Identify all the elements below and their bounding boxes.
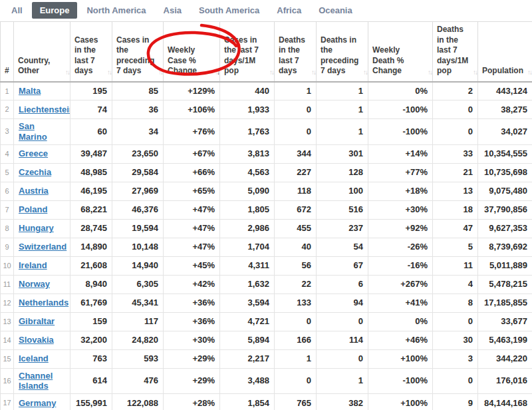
country-link[interactable]: Austria [19,186,49,196]
tab-south-america[interactable]: South America [191,2,267,19]
tab-all[interactable]: All [3,2,31,19]
cell-weekly_case_change: +45% [164,256,220,275]
tab-europe[interactable]: Europe [32,2,78,19]
sort-arrows-icon: ↑↓ [158,68,162,77]
cell-num: 5 [1,163,14,182]
country-link[interactable]: Hungary [19,223,54,233]
country-link[interactable]: Norway [19,279,50,289]
cell-weekly_death_change: -100% [368,101,433,119]
cell-num: 9 [1,238,14,256]
cell-weekly_death_change: 0% [368,82,433,101]
table-row: 7Poland68,22146,376+47%1,805672516+30%18… [1,200,532,219]
col-header-deaths_prec_7d[interactable]: Deaths in the preceding 7 days↑↓ [317,22,368,82]
table-row: 10Ireland21,60814,940+45%4,3115667-16%11… [1,256,532,275]
sort-arrows-icon: ↑↓ [428,68,432,77]
country-link[interactable]: Channel Islands [19,371,53,391]
tab-oceania[interactable]: Oceania [311,2,360,19]
cell-deaths_7d: 133 [275,294,317,312]
country-link[interactable]: Gibraltar [19,316,55,326]
cell-num: 10 [1,256,14,275]
cell-country: Hungary [14,219,70,238]
cell-weekly_case_change: +36% [164,312,220,331]
country-link[interactable]: Switzerland [19,242,66,252]
cell-population: 33,677 [478,312,532,331]
tab-asia[interactable]: Asia [156,2,190,19]
country-link[interactable]: Liechtenstein [19,104,70,114]
col-header-cases_7d[interactable]: Cases in the last 7 days↑↓ [70,22,112,82]
country-link[interactable]: Iceland [19,353,49,363]
col-header-population[interactable]: Population↑↓ [478,22,532,82]
table-row: 5Czechia48,98529,584+66%4,563227128+77%2… [1,163,532,182]
cell-cases_7d: 8,940 [70,275,112,294]
cell-country: Greece [14,144,70,163]
cell-population: 10,735,698 [478,163,532,182]
page: AllEuropeNorth AmericaAsiaSouth AmericaA… [0,0,532,410]
col-header-weekly_case_change[interactable]: Weekly Case % Change↑↓ [164,22,220,82]
countries-table-wrapper: #Country, Other↑↓Cases in the last 7 day… [0,21,532,410]
tab-africa[interactable]: Africa [269,2,309,19]
cell-cases_7d: 68,221 [70,200,112,219]
cell-country: San Marino [14,119,70,144]
cell-cases_7d: 763 [70,349,112,368]
table-row: 4Greece39,48723,650+67%3,813344301+14%33… [1,144,532,163]
col-header-country[interactable]: Country, Other↑↓ [14,22,70,82]
cell-population: 34,027 [478,119,532,144]
cell-weekly_death_change: -16% [368,256,433,275]
country-link[interactable]: Netherlands [19,298,68,308]
country-link[interactable]: Germany [19,398,56,408]
col-header-deaths_7d[interactable]: Deaths in the last 7 days↑↓ [275,22,317,82]
cell-deaths_7d: 1 [275,349,317,368]
cell-country: Liechtenstein [14,101,70,119]
cell-cases_per_1m: 3,594 [220,294,275,312]
cell-deaths_prec_7d: 1 [317,82,368,101]
cell-country: Netherlands [14,294,70,312]
country-link[interactable]: Poland [19,204,47,214]
cell-cases_7d: 46,195 [70,182,112,200]
cell-deaths_7d: 765 [275,393,317,410]
country-link[interactable]: San Marino [19,121,47,142]
country-link[interactable]: Ireland [19,260,47,270]
cell-deaths_7d: 0 [275,312,317,331]
table-row: 13Gibraltar159117+36%4,721000%033,677 [1,312,532,331]
cell-cases_7d: 61,769 [70,294,112,312]
cell-weekly_death_change: -26% [368,238,433,256]
cell-deaths_7d: 344 [275,144,317,163]
cell-cases_per_1m: 1,805 [220,200,275,219]
table-row: 8Hungary28,74519,594+47%2,986455237+92%4… [1,219,532,238]
cell-weekly_case_change: +36% [164,294,220,312]
country-link[interactable]: Malta [19,86,41,96]
cell-weekly_death_change: 0% [368,312,433,331]
col-header-deaths_per_1m[interactable]: Deaths in the last 7 days/1M pop↑↓ [433,22,478,82]
cell-country: Poland [14,200,70,219]
cell-deaths_prec_7d: 1 [317,101,368,119]
country-link[interactable]: Slovakia [19,335,54,345]
col-header-cases_per_1m[interactable]: Cases in the last 7 days/1M pop↑↓ [220,22,275,82]
cell-weekly_death_change: +41% [368,294,433,312]
country-link[interactable]: Czechia [19,167,51,177]
cell-deaths_7d: 0 [275,368,317,393]
cell-weekly_case_change: +65% [164,182,220,200]
sort-arrows-icon: ↑↓ [473,68,477,77]
country-link[interactable]: Greece [19,148,48,158]
cell-country: Slovakia [14,331,70,349]
cell-deaths_7d: 672 [275,200,317,219]
table-row: 17Germany155,991122,088+28%1,854765382+1… [1,393,532,410]
col-header-cases_prec_7d[interactable]: Cases in the preceding 7 days↑↓ [112,22,164,82]
col-header-num: # [1,22,14,82]
tab-north-america[interactable]: North America [78,2,154,19]
sort-arrows-icon: ↑↓ [215,68,219,77]
cell-deaths_per_1m: 5 [433,238,478,256]
cell-country: Malta [14,82,70,101]
cell-cases_prec_7d: 45,341 [112,294,164,312]
cell-deaths_prec_7d: 114 [317,331,368,349]
col-header-weekly_death_change[interactable]: Weekly Death % Change↑↓ [368,22,433,82]
cell-deaths_per_1m: 4 [433,275,478,294]
cell-cases_prec_7d: 27,969 [112,182,164,200]
cell-country: Ireland [14,256,70,275]
cell-cases_7d: 32,200 [70,331,112,349]
cell-cases_per_1m: 1,933 [220,101,275,119]
cell-deaths_prec_7d: 0 [317,312,368,331]
cell-deaths_per_1m: 18 [433,200,478,219]
cell-cases_7d: 60 [70,119,112,144]
cell-cases_prec_7d: 29,584 [112,163,164,182]
